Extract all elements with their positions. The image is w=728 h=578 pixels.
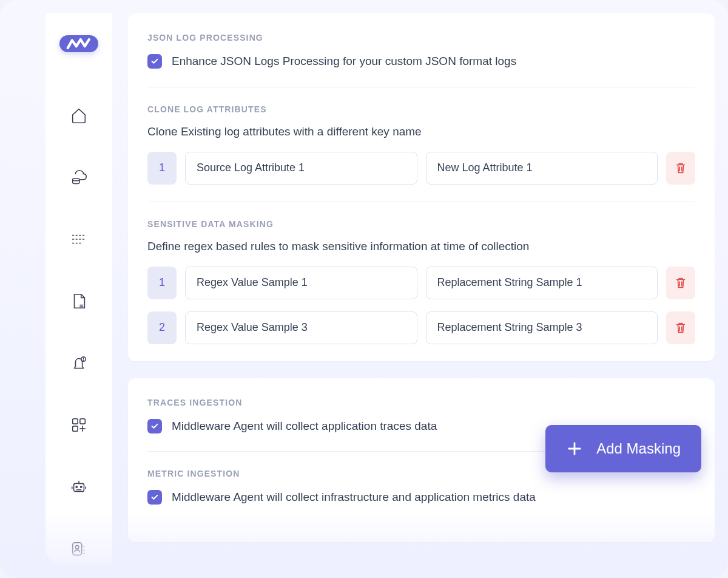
divider (147, 202, 695, 202)
check-icon (150, 422, 159, 430)
masking-subtitle: Define regex based rules to mask sensiti… (147, 240, 695, 253)
clone-attr-row: 1 (147, 152, 695, 185)
nav-alert[interactable] (59, 344, 98, 382)
logo-icon (66, 35, 92, 52)
trash-icon (674, 276, 687, 290)
svg-point-6 (76, 486, 77, 488)
masking-rows: 1 2 (147, 267, 695, 344)
nav-list[interactable] (59, 220, 98, 259)
metrics-check-row: Middleware Agent will collect infrastruc… (147, 489, 695, 506)
sidebar-nav (59, 96, 98, 578)
svg-rect-2 (73, 419, 78, 424)
svg-point-7 (81, 486, 82, 488)
clone-attrs-rows: 1 (147, 152, 695, 185)
row-index: 1 (147, 267, 177, 299)
target-attribute-input[interactable] (426, 152, 658, 185)
svg-point-0 (73, 178, 79, 181)
main-content: JSON LOG PROCESSING Enhance JSON Logs Pr… (112, 0, 728, 578)
json-log-check-label: Enhance JSON Logs Processing for your cu… (172, 53, 516, 70)
nav-file[interactable] (59, 282, 98, 321)
divider (147, 87, 695, 87)
widget-add-icon (70, 416, 88, 434)
add-masking-button[interactable]: Add Masking (545, 425, 701, 472)
metrics-checkbox[interactable] (147, 490, 162, 505)
row-index: 1 (147, 152, 177, 185)
masking-row: 2 (147, 311, 695, 344)
user-track-icon (70, 540, 88, 558)
delete-row-button[interactable] (666, 267, 695, 299)
check-icon (150, 57, 159, 66)
svg-point-9 (75, 545, 79, 549)
clone-attrs-subtitle: Clone Existing log attributes with a dif… (147, 125, 695, 138)
clone-attrs-title: CLONE LOG ATTRIBUTES (147, 104, 695, 114)
metrics-check-label: Middleware Agent will collect infrastruc… (172, 489, 536, 506)
masking-row: 1 (147, 267, 695, 299)
trash-icon (674, 162, 687, 175)
plus-icon (566, 440, 583, 457)
json-log-check-row: Enhance JSON Logs Processing for your cu… (147, 53, 695, 70)
robot-icon (70, 478, 88, 496)
svg-rect-4 (80, 419, 85, 424)
app-logo[interactable] (59, 35, 98, 52)
nav-user-session[interactable] (59, 529, 98, 568)
delete-row-button[interactable] (666, 311, 695, 344)
add-masking-label: Add Masking (596, 440, 681, 457)
nav-home[interactable] (59, 96, 98, 135)
file-icon (70, 292, 88, 310)
app-frame: JSON LOG PROCESSING Enhance JSON Logs Pr… (0, 0, 728, 578)
regex-input[interactable] (185, 311, 417, 344)
regex-input[interactable] (185, 267, 417, 299)
json-log-checkbox[interactable] (147, 54, 162, 69)
row-index: 2 (147, 311, 177, 344)
svg-rect-5 (74, 483, 84, 491)
trash-icon (674, 321, 687, 335)
nav-database[interactable] (59, 158, 98, 197)
json-log-title: JSON LOG PROCESSING (147, 33, 695, 42)
home-icon (70, 106, 88, 124)
coins-cloud-icon (70, 168, 88, 186)
sidebar (46, 13, 112, 565)
nav-widgets[interactable] (59, 406, 98, 444)
replacement-input[interactable] (426, 267, 658, 299)
masking-title: SENSITIVE DATA MASKING (147, 219, 695, 229)
svg-rect-3 (73, 426, 78, 431)
traces-check-label: Middleware Agent will collect applicatio… (172, 418, 437, 435)
nav-bot[interactable] (59, 467, 98, 506)
bell-alert-icon (70, 354, 88, 372)
traces-title: TRACES INGESTION (147, 398, 695, 407)
delete-row-button[interactable] (666, 152, 695, 185)
replacement-input[interactable] (426, 311, 658, 344)
log-settings-card: JSON LOG PROCESSING Enhance JSON Logs Pr… (128, 13, 715, 361)
traces-checkbox[interactable] (147, 419, 162, 433)
check-icon (150, 493, 159, 501)
list-icon (70, 230, 88, 248)
source-attribute-input[interactable] (185, 152, 417, 185)
